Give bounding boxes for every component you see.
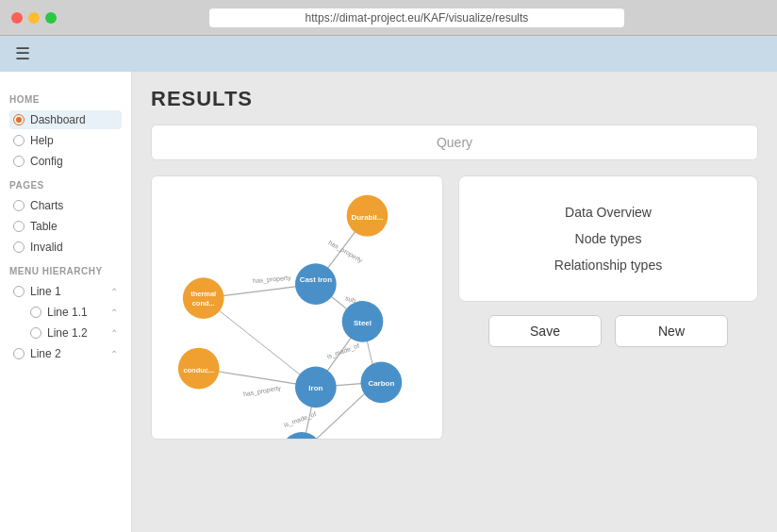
sidebar-section-home: HOME [9,94,122,105]
radio-line1-1 [30,307,41,318]
sidebar-label-table: Table [30,220,118,233]
sidebar-item-invalid[interactable]: Invalid [9,238,122,257]
svg-line-8 [204,298,316,387]
sidebar-item-line1[interactable]: Line 1 ⌃ [9,282,122,301]
toolbar: ☰ [0,36,777,72]
svg-text:Durabil...: Durabil... [351,213,383,222]
svg-text:has_property: has_property [253,274,292,286]
radio-line1 [13,286,25,297]
radio-table [13,221,25,232]
radio-dashboard [13,114,25,125]
node-graphite[interactable] [281,432,322,439]
maximize-button[interactable] [45,12,57,24]
sidebar-label-line1: Line 1 [30,285,105,298]
svg-text:conduc...: conduc... [183,366,214,374]
hamburger-menu-icon[interactable]: ☰ [15,43,30,64]
sidebar: HOME Dashboard Help Config PAGES Charts … [0,72,132,532]
sidebar-label-help: Help [30,134,118,147]
traffic-lights [11,12,57,24]
info-card: Data Overview Node types Relationship ty… [458,175,758,302]
minimize-button[interactable] [28,12,40,24]
graph-svg: has_property has_property sub_pro... has… [152,176,442,439]
info-card-line2: Node types [478,225,738,252]
sidebar-item-line1-1[interactable]: Line 1.1 ⌃ [9,303,122,322]
svg-text:Iron: Iron [308,384,322,392]
sidebar-label-invalid: Invalid [30,241,118,254]
sidebar-section-menu: MENU HIERARCHY [9,266,122,276]
radio-line2 [13,348,25,359]
action-row: Save New [458,315,758,347]
chevron-line1-icon: ⌃ [110,287,118,297]
save-button[interactable]: Save [488,315,602,347]
sidebar-item-table[interactable]: Table [9,217,122,236]
radio-help [13,135,25,146]
sidebar-item-line2[interactable]: Line 2 ⌃ [9,344,122,363]
radio-invalid [13,241,25,253]
sidebar-label-charts: Charts [30,199,118,212]
svg-text:Steel: Steel [354,319,372,327]
svg-text:Cast Iron: Cast Iron [300,275,333,284]
graph-panel: has_property has_property sub_pro... has… [151,175,443,440]
page-title: RESULTS [151,87,758,111]
svg-text:cond...: cond... [192,299,215,308]
sidebar-label-line2: Line 2 [30,347,105,360]
svg-text:Carbon: Carbon [368,379,394,388]
svg-text:is_made_of: is_made_of [326,342,361,361]
svg-text:has_property: has_property [242,384,282,398]
sidebar-label-line1-2: Line 1.2 [47,326,105,340]
sidebar-item-dashboard[interactable]: Dashboard [9,110,122,129]
sidebar-item-config[interactable]: Config [9,152,122,171]
svg-text:is_made_of: is_made_of [283,410,318,429]
svg-text:thermal: thermal [190,290,216,298]
address-bar[interactable]: https://dimat-project.eu/KAF/visualize/r… [209,8,624,27]
chevron-line1-2-icon: ⌃ [110,328,118,339]
sidebar-label-config: Config [30,155,118,168]
window-chrome: https://dimat-project.eu/KAF/visualize/r… [0,0,777,36]
sidebar-item-help[interactable]: Help [9,131,122,150]
sidebar-item-charts[interactable]: Charts [9,196,122,215]
right-panel: Data Overview Node types Relationship ty… [458,175,758,347]
sidebar-section-pages: PAGES [9,180,122,191]
info-card-line1: Data Overview [478,199,738,225]
main-content: RESULTS Query has_prop [132,72,777,532]
content-row: has_property has_property sub_pro... has… [151,175,758,440]
radio-config [13,156,25,167]
radio-charts [13,200,25,211]
sidebar-item-line1-2[interactable]: Line 1.2 ⌃ [9,324,122,342]
new-button[interactable]: New [615,315,728,347]
sidebar-label-dashboard: Dashboard [30,113,118,126]
close-button[interactable] [11,12,23,24]
chevron-line2-icon: ⌃ [110,349,118,359]
sidebar-label-line1-1: Line 1.1 [47,306,105,319]
chevron-line1-1-icon: ⌃ [110,308,118,318]
app-body: HOME Dashboard Help Config PAGES Charts … [0,72,777,532]
radio-line1-2 [30,327,41,339]
query-bar[interactable]: Query [151,125,758,160]
info-card-line3: Relationship types [478,252,738,278]
